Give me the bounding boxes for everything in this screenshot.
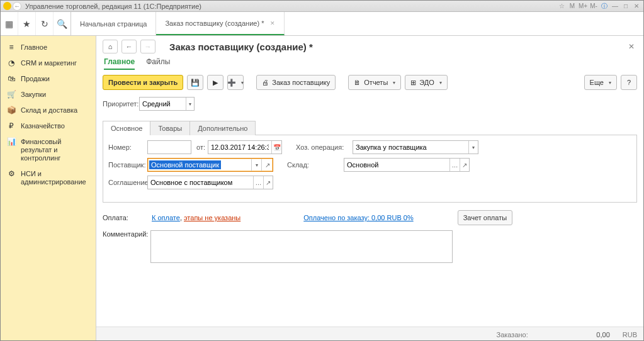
- calendar-icon[interactable]: 📅: [271, 141, 281, 154]
- warehouse-field[interactable]: …↗: [344, 158, 470, 172]
- dropdown-icon[interactable]: ▾: [251, 159, 261, 171]
- sidebar-item-treasury[interactable]: ₽Казначейство: [1, 118, 96, 134]
- mminus-btn[interactable]: M-: [589, 3, 598, 10]
- sidebar-item-purchases[interactable]: 🛒Закупки: [1, 87, 96, 103]
- star-icon[interactable]: ☆: [557, 3, 566, 10]
- operation-select[interactable]: ▾: [353, 140, 478, 154]
- section-panel: ≡Главное ◔CRM и маркетинг 🛍Продажи 🛒Заку…: [1, 36, 96, 341]
- warehouse-input[interactable]: [344, 159, 449, 171]
- ordered-label: Заказано:: [497, 331, 528, 338]
- close-button[interactable]: ✕: [632, 3, 641, 10]
- stages-warn-link[interactable]: этапы не указаны: [184, 214, 240, 221]
- date-field[interactable]: 📅: [208, 140, 282, 154]
- open-icon[interactable]: ↗: [460, 159, 469, 171]
- priority-select[interactable]: ▾: [139, 97, 195, 111]
- paid-by-order-link[interactable]: Оплачено по заказу: 0,00 RUB 0%: [303, 214, 413, 221]
- sidebar-item-warehouse[interactable]: 📦Склад и доставка: [1, 103, 96, 118]
- reports-button[interactable]: 🗎Отчеты: [348, 75, 401, 90]
- maximize-button[interactable]: □: [621, 3, 630, 10]
- number-input[interactable]: [148, 141, 191, 154]
- tab-basic[interactable]: Основное: [103, 121, 150, 135]
- tab-label: Заказ поставщику (создание) *: [165, 20, 264, 27]
- button-label: Отчеты: [364, 79, 388, 86]
- sidebar-item-admin[interactable]: ⚙НСИ и администрирование: [1, 166, 96, 190]
- save-button[interactable]: 💾: [187, 75, 203, 90]
- from-label: от:: [196, 143, 205, 151]
- edo-icon: ⊞: [410, 79, 416, 87]
- document-close-icon[interactable]: ✕: [628, 42, 635, 51]
- gear-icon: ⚙: [7, 170, 16, 178]
- supplier-value: Основной поставщик: [149, 160, 221, 169]
- history-icon[interactable]: ↻: [36, 12, 54, 35]
- nav-back-button[interactable]: ←: [121, 40, 137, 53]
- currency-label: RUB: [623, 331, 637, 338]
- operation-label: Хоз. операция:: [296, 143, 350, 151]
- comment-textarea[interactable]: [150, 230, 453, 263]
- nav-forward-button[interactable]: →: [140, 40, 155, 53]
- dropdown-icon[interactable]: ▾: [186, 98, 194, 110]
- sidebar-item-label: Продажи: [21, 75, 50, 83]
- back-round-button[interactable]: ←: [13, 2, 21, 11]
- m-btn[interactable]: M: [568, 3, 577, 10]
- apps-icon[interactable]: ▦: [1, 12, 18, 35]
- mplus-btn[interactable]: M+: [579, 3, 587, 10]
- form-pages: Главное Файлы: [96, 55, 643, 74]
- app-icon: [3, 2, 11, 10]
- tab-label: Начальная страница: [80, 20, 147, 28]
- sidebar-item-label: Финансовый результат и контроллинг: [21, 138, 91, 162]
- more-button[interactable]: Еще: [584, 75, 617, 90]
- print-icon: 🖨: [262, 79, 269, 86]
- home-button[interactable]: ⌂: [103, 40, 118, 53]
- command-bar: Провести и закрыть 💾 ▶ ➕ 🖨Заказ поставщи…: [96, 74, 643, 94]
- tab-close-icon[interactable]: ✕: [270, 20, 275, 26]
- help-button[interactable]: ?: [621, 75, 637, 90]
- priority-label: Приоритет:: [103, 100, 139, 108]
- edo-button[interactable]: ⊞ЭДО: [405, 75, 448, 90]
- ruble-icon: ₽: [7, 122, 16, 130]
- report-icon: 🗎: [354, 79, 361, 86]
- print-order-button[interactable]: 🖨Заказ поставщику: [256, 75, 336, 90]
- payment-offset-button[interactable]: Зачет оплаты: [458, 210, 512, 225]
- payment-row: Оплата: К оплате, этапы не указаны Оплач…: [96, 203, 643, 229]
- supplier-field[interactable]: Основной поставщик ▾ ↗: [147, 158, 273, 172]
- to-pay-link[interactable]: К оплате: [152, 214, 180, 221]
- sidebar-item-crm[interactable]: ◔CRM и маркетинг: [1, 55, 96, 71]
- payment-links: К оплате, этапы не указаны: [152, 214, 240, 221]
- open-icon[interactable]: ↗: [261, 159, 273, 171]
- tab-additional[interactable]: Дополнительно: [189, 121, 256, 135]
- dropdown-icon[interactable]: ▾: [468, 141, 478, 154]
- open-icon[interactable]: ↗: [263, 176, 273, 189]
- tab-goods[interactable]: Товары: [150, 121, 190, 135]
- post-and-close-button[interactable]: Провести и закрыть: [103, 75, 183, 90]
- priority-input[interactable]: [140, 98, 186, 110]
- favorite-icon[interactable]: ★: [18, 12, 36, 35]
- page-main[interactable]: Главное: [104, 57, 135, 70]
- tab-start-page[interactable]: Начальная страница: [71, 12, 156, 35]
- post-button[interactable]: ▶: [207, 75, 223, 90]
- agreement-input[interactable]: [148, 176, 253, 189]
- sidebar-item-financial[interactable]: 📊Финансовый результат и контроллинг: [1, 134, 96, 166]
- create-based-button[interactable]: ➕: [227, 75, 244, 90]
- sidebar-item-main[interactable]: ≡Главное: [1, 40, 96, 55]
- tab-basic-body: Номер: от: 📅 Хоз. операция: ▾ Поставщик:…: [103, 135, 637, 203]
- tab-order-supplier[interactable]: Заказ поставщику (создание) * ✕: [156, 12, 285, 35]
- comment-row: Комментарий:: [96, 229, 643, 264]
- sidebar-item-label: Казначейство: [21, 122, 65, 130]
- sidebar-item-label: Склад и доставка: [21, 106, 77, 115]
- operation-input[interactable]: [353, 141, 468, 154]
- agreement-field[interactable]: …↗: [147, 176, 273, 189]
- info-icon[interactable]: ⓘ: [600, 3, 609, 10]
- button-label: Заказ поставщику: [272, 79, 330, 86]
- sidebar-item-sales[interactable]: 🛍Продажи: [1, 71, 96, 87]
- number-field[interactable]: [147, 140, 191, 154]
- date-input[interactable]: [208, 141, 271, 154]
- comment-label: Комментарий:: [103, 230, 147, 238]
- more-icon[interactable]: …: [253, 176, 263, 189]
- save-icon: 💾: [191, 79, 200, 87]
- page-files[interactable]: Файлы: [146, 57, 170, 70]
- window-controls: ☆ M M+ M- ⓘ — □ ✕: [557, 3, 641, 10]
- minimize-button[interactable]: —: [611, 3, 619, 10]
- more-icon[interactable]: …: [449, 159, 459, 171]
- window-titlebar: ← Управление торговлей, редакция 11 (1С:…: [1, 1, 643, 12]
- search-icon[interactable]: 🔍: [54, 12, 71, 35]
